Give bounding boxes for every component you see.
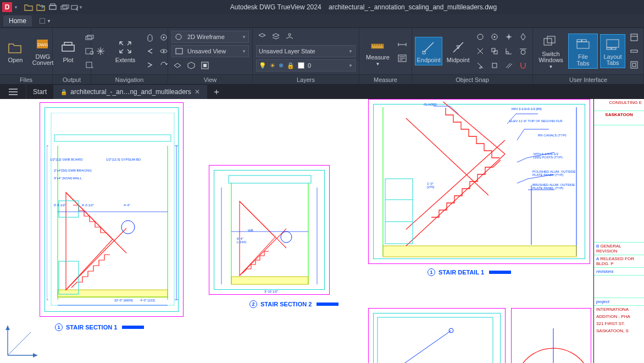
ribbon: Open DWG DWG Convert Files Plot bbox=[0, 28, 644, 85]
view-iso-icon[interactable] bbox=[185, 59, 197, 72]
layer-freeze-icon: ☀ bbox=[270, 62, 275, 69]
qat-batch-plot-icon[interactable] bbox=[59, 1, 71, 13]
drawing-content-1 bbox=[47, 113, 179, 311]
qat-plot-preview-icon[interactable]: ▼ bbox=[71, 1, 83, 13]
named-view-dropdown[interactable]: Unsaved View ▼ bbox=[171, 45, 249, 57]
midpoint-label: Midpoint bbox=[447, 57, 470, 63]
list-icon[interactable] bbox=[396, 52, 408, 64]
app-icon: D bbox=[2, 2, 12, 12]
tab-express[interactable]: ▼ bbox=[40, 18, 51, 24]
panel-title-view: View bbox=[168, 74, 252, 84]
layer-walk-icon[interactable] bbox=[284, 31, 296, 43]
drawing-menu-icon[interactable] bbox=[0, 85, 26, 99]
panel-title-navigation: Navigation bbox=[91, 74, 168, 84]
zoom-back-icon[interactable] bbox=[144, 45, 156, 57]
layout-tabs-button[interactable]: Layout Tabs bbox=[601, 35, 625, 68]
osnap-perpendicular-icon[interactable] bbox=[503, 45, 515, 57]
lock-icon: 🔒 bbox=[60, 89, 67, 95]
viewport-stair-section-1: 1/2"[12] GWB BOARD 1/2"[12.5] GYPSUM BD … bbox=[40, 102, 184, 317]
properties-palette-icon[interactable] bbox=[628, 31, 640, 43]
layer-uniso-icon[interactable] bbox=[270, 31, 282, 43]
svg-point-72 bbox=[281, 232, 292, 243]
svg-rect-32 bbox=[494, 51, 497, 54]
svg-rect-48 bbox=[54, 135, 171, 141]
titleblock: CONSULTING E SASKATOON B GENERAL REVISIO… bbox=[593, 99, 644, 363]
distance-icon[interactable] bbox=[396, 38, 408, 51]
view-top-icon[interactable] bbox=[171, 59, 184, 72]
tab-active-label: architectural_-_an…ng_and_multileaders bbox=[70, 88, 191, 96]
qat-open-icon[interactable] bbox=[23, 1, 35, 13]
zoom-extents-button[interactable]: Extents bbox=[110, 37, 141, 65]
svg-rect-20 bbox=[176, 48, 182, 54]
osnap-magnet-icon[interactable] bbox=[517, 59, 529, 72]
viewport-stair-section-2: WB 6'-4"[~210] 3'-10 1/2" bbox=[209, 165, 330, 295]
open-button[interactable]: Open bbox=[3, 37, 27, 65]
file-tabs-button[interactable]: File Tabs bbox=[569, 34, 597, 68]
qat-plot-icon[interactable] bbox=[47, 1, 59, 13]
panel-files: Open DWG DWG Convert Files bbox=[0, 28, 53, 84]
svg-rect-81 bbox=[385, 179, 413, 244]
visual-style-icon bbox=[174, 33, 184, 41]
layout-tabs-label: Layout Tabs bbox=[603, 54, 621, 66]
layer-state-value: Unsaved Layer State bbox=[259, 48, 345, 54]
svg-rect-85 bbox=[377, 317, 493, 363]
drawing-title-1: 1 STAIR SECTION 1 bbox=[55, 323, 144, 331]
named-view-icon bbox=[174, 47, 184, 55]
endpoint-button[interactable]: Endpoint bbox=[415, 37, 442, 65]
switch-windows-button[interactable]: Switch Windows ▼ bbox=[536, 32, 565, 71]
osnap-node-icon[interactable] bbox=[503, 31, 515, 43]
osnap-insertion-icon[interactable] bbox=[488, 45, 501, 57]
osnap-parallel-icon[interactable] bbox=[503, 59, 515, 72]
svg-rect-24 bbox=[371, 44, 384, 48]
dwg-convert-label: DWG Convert bbox=[32, 54, 54, 66]
panel-measure: Measure ▼ Measure bbox=[359, 28, 412, 84]
chevron-down-icon: ▼ bbox=[375, 62, 380, 67]
measure-button[interactable]: Measure ▼ bbox=[363, 35, 393, 68]
svg-line-79 bbox=[406, 140, 505, 229]
osnap-center-icon[interactable] bbox=[474, 31, 486, 43]
title-bar: D ▼ ▼ Autodesk DWG TrueView 2024 archite… bbox=[0, 0, 644, 14]
pan-hand-icon[interactable] bbox=[144, 31, 156, 43]
qat-open-dwf-icon[interactable] bbox=[35, 1, 47, 13]
layer-iso-icon[interactable] bbox=[256, 31, 268, 43]
osnap-geometric-center-icon[interactable] bbox=[488, 31, 501, 43]
drawing-canvas[interactable]: 1/2"[12] GWB BOARD 1/2"[12.5] GYPSUM BD … bbox=[0, 99, 644, 363]
panel-osnap: Endpoint Midpoint Object Snap bbox=[412, 28, 533, 84]
svg-rect-38 bbox=[577, 40, 581, 42]
layer-on-icon: 💡 bbox=[259, 62, 267, 69]
zoom-fwd-icon[interactable] bbox=[144, 59, 156, 71]
clean-screen-icon[interactable] bbox=[628, 59, 640, 71]
osnap-nearest-icon[interactable] bbox=[474, 59, 486, 72]
close-tab-icon[interactable]: ✕ bbox=[195, 88, 200, 96]
tab-start[interactable]: Start bbox=[26, 85, 54, 99]
tab-active-doc[interactable]: 🔒 architectural_-_an…ng_and_multileaders… bbox=[54, 85, 207, 99]
visual-style-value: 2D Wireframe bbox=[187, 34, 238, 40]
osnap-intersection-icon[interactable] bbox=[474, 45, 486, 57]
chevron-down-icon: ▼ bbox=[548, 64, 553, 69]
toolbars-icon[interactable] bbox=[628, 45, 640, 57]
layer-state-dropdown[interactable]: Unsaved Layer State ▼ bbox=[256, 45, 356, 57]
new-tab-button[interactable]: ＋ bbox=[207, 85, 226, 99]
plot-button[interactable]: Plot bbox=[56, 37, 80, 65]
osnap-tangent-icon[interactable] bbox=[517, 45, 529, 57]
drawing-content-3 bbox=[373, 102, 587, 261]
svg-rect-2 bbox=[61, 6, 67, 9]
osnap-apparent-icon[interactable] bbox=[488, 59, 501, 72]
svg-rect-41 bbox=[607, 48, 611, 50]
svg-rect-8 bbox=[62, 45, 74, 51]
app-menu-caret[interactable]: ▼ bbox=[14, 5, 18, 10]
midpoint-button[interactable]: Midpoint bbox=[445, 37, 471, 65]
drawing-content-2 bbox=[215, 171, 325, 290]
layer-color-swatch bbox=[298, 62, 304, 69]
pan-icon[interactable] bbox=[95, 45, 107, 57]
dwg-convert-button[interactable]: DWG DWG Convert bbox=[31, 35, 55, 68]
drawing-title-2: 2 STAIR SECTION 2 bbox=[249, 300, 338, 308]
midpoint-icon bbox=[450, 39, 467, 56]
open-label: Open bbox=[8, 57, 23, 63]
viewport-partial-1 bbox=[368, 308, 506, 363]
visual-style-dropdown[interactable]: 2D Wireframe ▼ bbox=[171, 31, 249, 43]
tab-home[interactable]: Home bbox=[3, 15, 32, 26]
current-layer-dropdown[interactable]: 💡 ☀ ❄ 🔒 0 ▼ bbox=[256, 59, 356, 72]
view-manager-icon[interactable] bbox=[199, 59, 211, 72]
osnap-quadrant-icon[interactable] bbox=[517, 31, 529, 43]
